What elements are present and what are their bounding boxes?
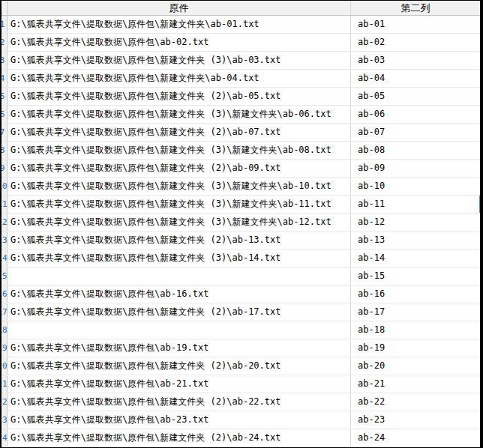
row-number-cell[interactable]: 19 (2, 339, 8, 357)
path-cell[interactable]: G:\狐表共享文件\提取数据\原件包\新建文件夹 (2)\ab-13.txt (8, 231, 351, 249)
name-cell[interactable]: ab-07 (351, 124, 480, 141)
row-number-cell[interactable]: 9 (2, 160, 8, 177)
row-number: 2 (2, 34, 4, 51)
table-row: 6 G:\狐表共享文件\提取数据\原件包\新建文件夹 (3)\新建文件夹\ab-… (2, 106, 480, 124)
path-cell[interactable]: G:\狐表共享文件\提取数据\原件包\新建文件夹\ab-01.txt (8, 16, 351, 33)
row-number-cell[interactable]: 3 (2, 52, 8, 69)
row-number-cell[interactable]: 2 (2, 34, 8, 51)
table-row: 3 G:\狐表共享文件\提取数据\原件包\新建文件夹 (3)\ab-03.txt… (2, 52, 480, 70)
name-cell[interactable]: ab-06 (351, 106, 480, 123)
path-cell[interactable]: G:\狐表共享文件\提取数据\原件包\新建文件夹\ab-04.txt (8, 70, 351, 87)
name-cell[interactable]: ab-13 (351, 231, 480, 249)
row-number: 3 (2, 52, 4, 69)
row-number: 16 (2, 285, 8, 303)
path-cell[interactable]: G:\狐表共享文件\提取数据\原件包\新建文件夹 (3)\新建文件夹\ab-11… (8, 196, 351, 213)
row-number-cell[interactable]: 1 (2, 16, 8, 33)
row-number-cell[interactable]: 23 (2, 411, 8, 429)
row-number-cell[interactable]: 8 (2, 142, 8, 159)
row-number-cell[interactable]: 21 (2, 375, 8, 393)
name-cell[interactable]: ab-24 (351, 429, 480, 447)
row-number-cell[interactable]: 7 (2, 124, 8, 141)
path-cell[interactable]: G:\狐表共享文件\提取数据\原件包\新建文件夹 (3)\ab-03.txt (8, 52, 351, 69)
name-cell[interactable]: ab-01 (351, 16, 480, 33)
row-number: 6 (2, 106, 4, 123)
path-cell[interactable]: G:\狐表共享文件\提取数据\原件包\新建文件夹 (2)\ab-17.txt (8, 303, 351, 321)
name-cell[interactable]: ab-10 (351, 178, 480, 195)
row-number-cell[interactable]: 15 (2, 267, 8, 285)
name-cell[interactable]: ab-17 (351, 303, 480, 321)
name-cell[interactable]: ab-16 (351, 285, 480, 303)
name-cell[interactable]: ab-05 (351, 88, 480, 105)
path-cell[interactable]: G:\狐表共享文件\提取数据\原件包\ab-23.txt (8, 411, 351, 429)
table-row: 16 G:\狐表共享文件\提取数据\原件包\ab-16.txt ab-16 (2, 285, 480, 303)
row-number-cell[interactable]: 24 (2, 429, 8, 447)
path-cell[interactable]: G:\狐表共享文件\提取数据\原件包\新建文件夹 (3)\新建文件夹\ab-06… (8, 106, 351, 123)
row-number-cell[interactable]: 16 (2, 285, 8, 303)
table-row: 20 G:\狐表共享文件\提取数据\原件包\新建文件夹 (2)\ab-20.tx… (2, 357, 480, 375)
name-cell[interactable]: ab-23 (351, 411, 480, 429)
table-row: 7 G:\狐表共享文件\提取数据\原件包\新建文件夹 (2)\ab-07.txt… (2, 124, 480, 142)
name-cell[interactable]: ab-12 (351, 214, 480, 231)
row-number-cell[interactable]: 10 (2, 178, 8, 195)
row-number-cell[interactable]: 22 (2, 393, 8, 411)
row-number: 11 (2, 196, 8, 213)
name-cell[interactable]: ab-08 (351, 142, 480, 159)
name-cell[interactable]: ab-04 (351, 70, 480, 87)
row-number-cell[interactable]: 20 (2, 357, 8, 375)
path-cell[interactable]: G:\狐表共享文件\提取数据\原件包\新建文件夹 (3)\ab-14.txt (8, 249, 351, 267)
grid-frame: 原件 第二列 1 G:\狐表共享文件\提取数据\原件包\新建文件夹\ab-01.… (0, 0, 483, 448)
name-cell[interactable]: ab-22 (351, 393, 480, 411)
row-number: 7 (2, 124, 4, 141)
row-number: 8 (2, 142, 4, 159)
row-number-cell[interactable]: 17 (2, 303, 8, 321)
row-number-cell[interactable]: 11 (2, 196, 8, 213)
row-number: 20 (2, 357, 8, 375)
path-cell[interactable]: G:\狐表共享文件\提取数据\原件包\新建文件夹 (3)\新建文件夹\ab-08… (8, 142, 351, 159)
path-cell[interactable]: G:\狐表共享文件\提取数据\原件包\ab-19.txt (8, 339, 351, 357)
name-cell[interactable]: ab-15 (351, 267, 480, 285)
name-cell[interactable]: ab-18 (351, 321, 480, 339)
table-row: 24 G:\狐表共享文件\提取数据\原件包\新建文件夹 (2)\ab-24.tx… (2, 429, 480, 447)
table-row: 12 G:\狐表共享文件\提取数据\原件包\新建文件夹 (3)\新建文件夹\ab… (2, 214, 480, 231)
path-cell[interactable] (8, 267, 351, 285)
row-number: 21 (2, 375, 8, 393)
table-row: 1 G:\狐表共享文件\提取数据\原件包\新建文件夹\ab-01.txt ab-… (2, 16, 480, 34)
table-row: 2 G:\狐表共享文件\提取数据\原件包\ab-02.txt ab-02 (2, 34, 480, 52)
row-number: 4 (2, 70, 4, 87)
row-number-cell[interactable]: 6 (2, 106, 8, 123)
name-cell[interactable]: ab-14 (351, 249, 480, 267)
column-header-original[interactable]: 原件 (8, 1, 351, 15)
row-number-cell[interactable]: 5 (2, 88, 8, 105)
row-number-cell[interactable]: 18 (2, 321, 8, 339)
name-cell[interactable]: ab-11 (351, 196, 480, 213)
row-number-cell[interactable]: 4 (2, 70, 8, 87)
name-cell[interactable]: ab-09 (351, 160, 480, 177)
name-cell[interactable]: ab-19 (351, 339, 480, 357)
path-cell[interactable]: G:\狐表共享文件\提取数据\原件包\ab-02.txt (8, 34, 351, 51)
table-row: 8 G:\狐表共享文件\提取数据\原件包\新建文件夹 (3)\新建文件夹\ab-… (2, 142, 480, 160)
path-cell[interactable]: G:\狐表共享文件\提取数据\原件包\新建文件夹 (3)\新建文件夹\ab-12… (8, 214, 351, 231)
row-number-cell[interactable]: 12 (2, 214, 8, 231)
name-cell[interactable]: ab-03 (351, 52, 480, 69)
name-cell[interactable]: ab-21 (351, 375, 480, 393)
path-cell[interactable]: G:\狐表共享文件\提取数据\原件包\新建文件夹 (2)\ab-20.txt (8, 357, 351, 375)
column-header-second[interactable]: 第二列 (351, 1, 480, 15)
row-number: 10 (2, 178, 8, 195)
path-cell[interactable]: G:\狐表共享文件\提取数据\原件包\ab-21.txt (8, 375, 351, 393)
path-cell[interactable]: G:\狐表共享文件\提取数据\原件包\新建文件夹 (2)\ab-07.txt (8, 124, 351, 141)
path-cell[interactable]: G:\狐表共享文件\提取数据\原件包\新建文件夹 (2)\ab-09.txt (8, 160, 351, 177)
row-number-cell[interactable]: 14 (2, 249, 8, 267)
row-number: 12 (2, 214, 8, 231)
path-cell[interactable]: G:\狐表共享文件\提取数据\原件包\新建文件夹 (2)\ab-05.txt (8, 88, 351, 105)
path-cell[interactable]: G:\狐表共享文件\提取数据\原件包\ab-16.txt (8, 285, 351, 303)
name-cell[interactable]: ab-20 (351, 357, 480, 375)
path-cell[interactable]: G:\狐表共享文件\提取数据\原件包\新建文件夹 (2)\ab-24.txt (8, 429, 351, 447)
path-cell[interactable]: G:\狐表共享文件\提取数据\原件包\新建文件夹 (3)\新建文件夹\ab-10… (8, 178, 351, 195)
row-number-cell[interactable]: 13 (2, 231, 8, 249)
path-cell[interactable]: G:\狐表共享文件\提取数据\原件包\新建文件夹 (2)\ab-22.txt (8, 393, 351, 411)
row-number: 22 (2, 393, 8, 411)
header-row: 原件 第二列 (2, 1, 480, 16)
path-cell[interactable] (8, 321, 351, 339)
table-row: 15 ab-15 (2, 267, 480, 285)
name-cell[interactable]: ab-02 (351, 34, 480, 51)
